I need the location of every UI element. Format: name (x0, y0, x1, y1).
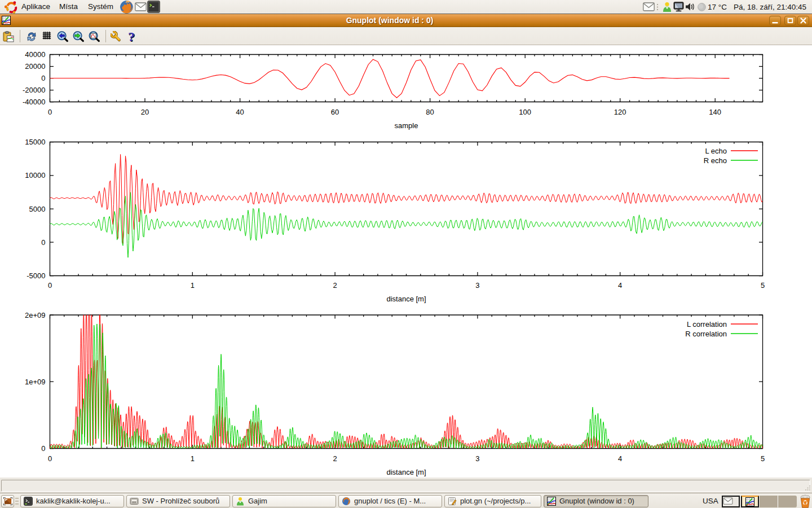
svg-text:1e+09: 1e+09 (25, 378, 46, 386)
svg-text:L correlation: L correlation (687, 320, 727, 329)
svg-text:80: 80 (426, 108, 434, 116)
svg-text:0: 0 (41, 444, 45, 453)
svg-text:40000: 40000 (25, 50, 45, 59)
svg-text:3: 3 (475, 454, 479, 463)
svg-text:3: 3 (475, 281, 479, 290)
svg-text:1: 1 (191, 454, 195, 463)
svg-text:140: 140 (709, 108, 721, 116)
svg-text:-40000: -40000 (23, 98, 45, 106)
svg-text:5: 5 (761, 454, 765, 463)
svg-text:15000: 15000 (25, 138, 45, 146)
svg-text:-20000: -20000 (23, 86, 45, 94)
svg-text:0: 0 (41, 238, 45, 247)
svg-text:0: 0 (41, 74, 45, 82)
svg-text:0: 0 (48, 454, 52, 463)
svg-text:10000: 10000 (25, 171, 45, 179)
svg-text:20000: 20000 (25, 62, 45, 71)
svg-text:0: 0 (48, 108, 52, 116)
svg-text:R correlation: R correlation (685, 330, 727, 338)
svg-text:distance [m]: distance [m] (386, 468, 426, 476)
svg-text:0: 0 (48, 281, 52, 290)
svg-text:distance [m]: distance [m] (386, 295, 426, 303)
svg-text:60: 60 (331, 108, 339, 116)
svg-text:5: 5 (761, 281, 765, 290)
svg-text:sample: sample (395, 121, 418, 130)
svg-text:4: 4 (618, 281, 622, 290)
svg-text:100: 100 (519, 108, 531, 116)
svg-text:2: 2 (333, 281, 337, 290)
svg-text:40: 40 (236, 108, 244, 116)
svg-text:5000: 5000 (29, 205, 46, 213)
svg-text:R echo: R echo (704, 156, 727, 165)
svg-text:120: 120 (614, 108, 626, 116)
svg-text:4: 4 (618, 454, 622, 463)
svg-text:20: 20 (141, 108, 149, 116)
svg-text:-5000: -5000 (27, 271, 45, 280)
svg-text:1: 1 (191, 281, 195, 290)
svg-text:2e+09: 2e+09 (25, 311, 46, 319)
svg-text:2: 2 (333, 454, 337, 463)
svg-text:L echo: L echo (705, 147, 727, 155)
